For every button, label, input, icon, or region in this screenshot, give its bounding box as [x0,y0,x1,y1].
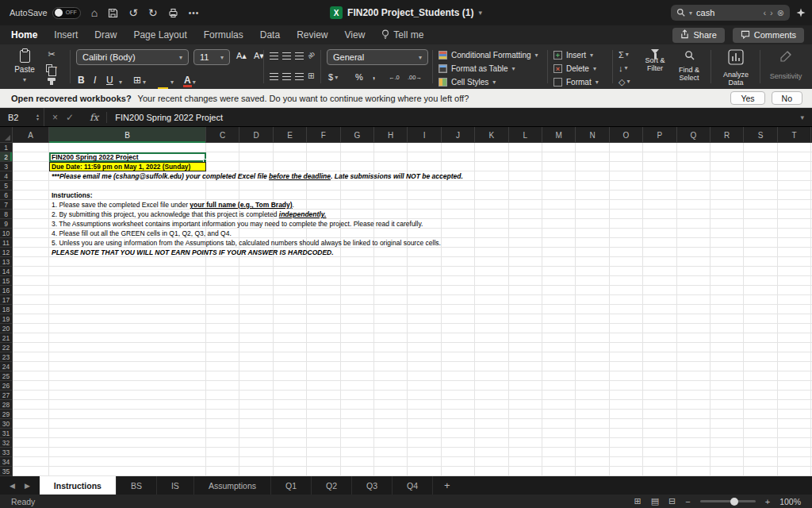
tab-page-layout[interactable]: Page Layout [133,29,186,40]
clear-button[interactable]: ◇▾ [619,77,630,87]
name-box-stepper[interactable]: ▴▾ [36,114,39,121]
row-header-6[interactable]: 6 [0,190,12,200]
find-select-button[interactable]: Find &Select [672,49,706,82]
merge-center-icon[interactable]: ⊞ [308,71,314,80]
name-box[interactable]: B2 ▴▾ [0,108,44,126]
row-header-17[interactable]: 17 [0,295,12,305]
column-header-H[interactable]: H [374,127,408,143]
zoom-slider-thumb[interactable] [730,498,738,506]
increase-decimal-button[interactable]: ←.0 [389,74,400,81]
row-header-32[interactable]: 32 [0,438,12,448]
search-scope-chevron-icon[interactable]: ▾ [689,10,692,17]
undo-icon[interactable]: ↺ [128,7,138,18]
row-header-22[interactable]: 22 [0,343,12,352]
number-format-combo[interactable]: General ▾ [327,49,428,65]
sheet-tab-q3[interactable]: Q3 [352,476,393,495]
analyze-data-button[interactable]: AnalyzeData [715,49,756,87]
row-header-9[interactable]: 9 [0,219,12,229]
row-header-25[interactable]: 25 [0,371,12,381]
column-header-C[interactable]: C [206,127,239,143]
align-middle-icon[interactable] [282,52,291,60]
row-header-20[interactable]: 20 [0,324,12,333]
row-header-23[interactable]: 23 [0,352,12,362]
row-header-35[interactable]: 35 [0,467,12,476]
row-header-33[interactable]: 33 [0,448,12,457]
cell-b9[interactable]: 3. The Assumptions worksheet contains im… [49,219,423,229]
row-header-12[interactable]: 12 [0,248,12,257]
confirm-entry-icon[interactable]: ✓ [66,112,82,123]
align-left-icon[interactable] [270,73,278,80]
sheet-tab-assumptions[interactable]: Assumptions [194,476,271,495]
row-header-2[interactable]: 2 [0,152,12,162]
formula-input[interactable]: FIN200 Spring 2022 Project [107,113,800,122]
row-header-11[interactable]: 11 [0,238,12,248]
align-top-icon[interactable] [270,52,278,60]
column-header-G[interactable]: G [341,127,374,143]
sheet-tab-q2[interactable]: Q2 [312,476,352,495]
tab-formulas[interactable]: Formulas [204,29,243,40]
cell-b7[interactable]: 1. Please save the completed Excel file … [49,200,294,210]
row-header-15[interactable]: 15 [0,276,12,286]
cell-b10[interactable]: 4. Please fill out all the GREEN cells i… [49,229,232,238]
comments-button[interactable]: Comments [733,28,804,43]
zoom-slider[interactable] [700,500,756,502]
format-painter-button[interactable] [48,78,56,81]
underline-chevron-icon[interactable]: ▾ [119,70,122,86]
tab-view[interactable]: View [345,29,366,40]
save-icon[interactable] [108,8,118,18]
column-header-D[interactable]: D [239,127,273,143]
zoom-in-icon[interactable]: + [765,497,770,506]
column-header-K[interactable]: K [475,127,508,143]
cell-styles-button[interactable]: Cell Styles ▾ [439,76,496,88]
sheet-next-icon[interactable]: ▶ [25,482,30,490]
borders-button[interactable]: ⊞▾ [133,70,146,86]
search-prev-icon[interactable]: ‹ [763,8,766,17]
align-center-icon[interactable] [282,73,291,80]
row-header-21[interactable]: 21 [0,333,12,343]
tab-data[interactable]: Data [260,29,280,40]
tab-insert[interactable]: Insert [54,29,78,40]
cut-button[interactable]: ✂ [48,49,55,59]
sort-filter-button[interactable]: Sort &Filter [639,49,671,72]
underline-button[interactable]: U [106,70,113,86]
align-bottom-icon[interactable] [295,52,304,60]
formula-bar-expand-icon[interactable]: ▾ [800,114,812,121]
row-header-10[interactable]: 10 [0,229,12,238]
search-clear-icon[interactable]: ⊗ [777,8,784,18]
sheet-tab-q4[interactable]: Q4 [393,476,433,495]
search-next-icon[interactable]: › [770,8,773,17]
more-commands-icon[interactable]: ••• [189,9,200,17]
row-header-27[interactable]: 27 [0,391,12,400]
row-header-4[interactable]: 4 [0,171,12,181]
cancel-entry-icon[interactable]: × [44,112,66,123]
row-header-24[interactable]: 24 [0,362,12,371]
sensitivity-button[interactable]: Sensitivity [764,49,807,80]
row-header-14[interactable]: 14 [0,267,12,276]
column-header-B[interactable]: B [49,127,206,143]
decrease-font-button[interactable]: A▾ [254,51,264,61]
align-right-icon[interactable] [295,73,304,80]
column-header-E[interactable]: E [274,127,307,143]
accounting-format-button[interactable]: $▾ [328,72,338,82]
row-header-29[interactable]: 29 [0,410,12,419]
percent-style-button[interactable]: % [355,72,363,82]
column-header-I[interactable]: I [408,127,441,143]
row-header-19[interactable]: 19 [0,314,12,324]
fill-button[interactable]: ↓▾ [619,64,628,73]
font-name-combo[interactable]: Calibri (Body) ▾ [76,49,189,65]
zoom-out-icon[interactable]: − [685,497,690,506]
row-header-31[interactable]: 31 [0,429,12,438]
font-color-button[interactable]: A ▾ [184,70,196,86]
row-header-26[interactable]: 26 [0,381,12,391]
column-header-A[interactable]: A [13,127,49,143]
search-input[interactable]: ▾ cash ‹ › ⊗ [671,5,790,21]
row-header-8[interactable]: 8 [0,210,12,219]
page-layout-view-icon[interactable]: ▤ [651,496,659,506]
autosave-toggle[interactable]: AutoSave OFF [10,7,81,19]
fill-color-button[interactable]: ▾ [159,70,174,86]
cell-b8[interactable]: 2. By submitting this project, you ackno… [49,210,326,219]
increase-font-button[interactable]: A▴ [236,51,247,61]
column-header-P[interactable]: P [643,127,676,143]
paste-button[interactable]: Paste ▾ [8,48,41,86]
cell-b3[interactable]: Due Date: 11:59 pm on May 1, 2022 (Sunda… [49,162,206,171]
